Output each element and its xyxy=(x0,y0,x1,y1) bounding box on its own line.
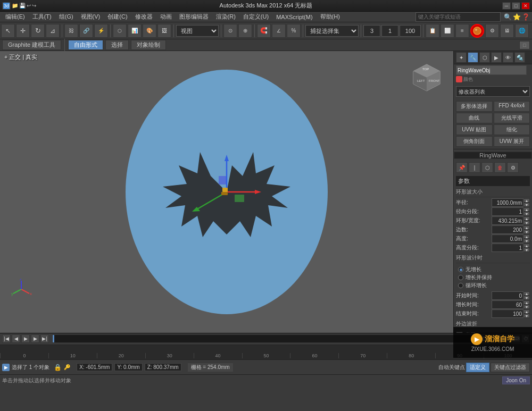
coord-system-dropdown[interactable]: 视图 xyxy=(176,25,219,37)
spin-down-1[interactable]: ▼ xyxy=(523,212,530,216)
go-to-start-btn[interactable]: |◀ xyxy=(2,334,11,343)
render-sphere-btn[interactable] xyxy=(470,24,484,38)
menu-group[interactable]: 组(G) xyxy=(56,12,77,21)
remove-btn[interactable]: 🗑 xyxy=(494,162,506,173)
snap-toggle-btn[interactable]: 🧲 xyxy=(257,24,271,38)
spin-up-3[interactable]: ▲ xyxy=(523,225,530,230)
spin-up-1[interactable]: ▲ xyxy=(523,207,530,212)
radio-no-grow[interactable]: 无增长 xyxy=(458,266,528,273)
settings-btn[interactable]: ⚙ xyxy=(507,162,519,173)
search-input[interactable] xyxy=(415,12,501,22)
bone-tools-btn[interactable]: ⬡ xyxy=(113,24,127,38)
minimize-button[interactable]: ─ xyxy=(502,2,511,10)
graphite-tab-main[interactable]: Graphite 建模工具 xyxy=(2,40,61,50)
timeline-thumb[interactable] xyxy=(53,335,54,342)
ffd-btn[interactable]: FFD 4x4x4 xyxy=(494,101,530,112)
spin-down-6[interactable]: ▼ xyxy=(523,296,530,300)
menu-create[interactable]: 创建(C) xyxy=(104,12,130,21)
menu-edit[interactable]: 编辑(E) xyxy=(2,12,28,21)
hierarchy-panel-btn[interactable]: ⬡ xyxy=(479,52,490,63)
go-to-end-btn[interactable]: ▶| xyxy=(40,334,49,343)
graphite-tab-select[interactable]: 选择 xyxy=(105,40,129,50)
maximize-button[interactable]: □ xyxy=(512,2,520,10)
spin-up-6[interactable]: ▲ xyxy=(523,291,530,296)
modify-panel-btn[interactable]: 🔧 xyxy=(468,52,478,63)
menu-tools[interactable]: 工具(T) xyxy=(29,12,55,21)
move-tool-btn[interactable]: ✛ xyxy=(16,24,30,38)
param-radius-input[interactable] xyxy=(492,198,523,207)
scale-tool-btn[interactable]: ⊿ xyxy=(46,24,60,38)
spin-down-4[interactable]: ▼ xyxy=(523,239,530,243)
menu-render[interactable]: 渲染(R) xyxy=(213,12,239,21)
close-button[interactable]: ✕ xyxy=(521,2,530,10)
radio-grow-hold-dot[interactable] xyxy=(458,275,463,280)
menu-graph-editor[interactable]: 图形编辑器 xyxy=(176,12,212,21)
bind-btn[interactable]: ⚡ xyxy=(94,24,108,38)
param-height-input[interactable] xyxy=(492,234,523,243)
param-sides-input[interactable] xyxy=(492,225,523,234)
motion-panel-btn[interactable]: ▶ xyxy=(491,52,502,63)
select-tool-btn[interactable]: ↖ xyxy=(1,24,15,38)
schematic-btn[interactable]: 📊 xyxy=(128,24,142,38)
spin-up-7[interactable]: ▲ xyxy=(523,300,530,305)
unlink-btn[interactable]: 🔗 xyxy=(79,24,93,38)
poly-select-btn[interactable]: 多形体选择 xyxy=(456,101,493,112)
menu-maxscript[interactable]: MAXScript(M) xyxy=(273,13,315,21)
pivot-center-btn[interactable]: ⊙ xyxy=(223,24,237,38)
menu-customize[interactable]: 自定义(U) xyxy=(240,12,272,21)
param-radius-up[interactable]: ▲ xyxy=(523,198,530,203)
menu-view[interactable]: 视图(V) xyxy=(78,12,104,21)
prev-frame-btn[interactable]: ◀ xyxy=(12,334,20,343)
environment-btn[interactable]: 🌐 xyxy=(515,24,529,38)
menu-modifier[interactable]: 修改器 xyxy=(132,12,156,21)
set-keys-btn[interactable]: 适定义 xyxy=(466,363,489,372)
spin-up-4[interactable]: ▲ xyxy=(523,234,530,239)
spin-down-2[interactable]: ▼ xyxy=(523,221,530,225)
graphite-tab-freeform[interactable]: 自由形式 xyxy=(68,40,103,50)
spin-down-3[interactable]: ▼ xyxy=(523,230,530,234)
graphite-tab-paint[interactable]: 对象绘制 xyxy=(131,40,166,50)
pin-stack-btn[interactable]: 📌 xyxy=(456,162,468,173)
tessellate-btn[interactable]: 细化 xyxy=(494,124,530,135)
radio-loop-grow[interactable]: 循环增长 xyxy=(458,282,528,289)
spin-down-5[interactable]: ▼ xyxy=(523,248,530,252)
uvw-unwrap-btn[interactable]: UVW 展开 xyxy=(494,136,530,147)
percent-snap-btn[interactable]: % xyxy=(287,24,301,38)
menu-help[interactable]: 帮助(H) xyxy=(317,12,343,21)
param-radius-down[interactable]: ▼ xyxy=(523,203,530,207)
param-height-seg-input[interactable] xyxy=(492,244,523,252)
radio-no-grow-dot[interactable] xyxy=(458,267,463,272)
snap-input3[interactable] xyxy=(400,25,421,37)
viewport[interactable]: + 正交 | 真实 x y z xyxy=(0,51,453,333)
uvw-map-btn[interactable]: UVW 贴图 xyxy=(456,124,493,135)
object-name-input[interactable] xyxy=(456,65,527,75)
spin-down-7[interactable]: ▼ xyxy=(523,305,530,309)
selection-filter-dropdown[interactable]: 捕捉选择集 xyxy=(305,25,359,37)
graphite-toggle[interactable]: □ xyxy=(519,41,530,49)
manage-layers-btn[interactable]: ≡ xyxy=(455,24,469,38)
menu-animation[interactable]: 动画 xyxy=(157,12,175,21)
spin-up-5[interactable]: ▲ xyxy=(523,244,530,248)
meshsmooth-btn[interactable]: 光线平滑 xyxy=(494,113,530,123)
play-btn[interactable]: ▶ xyxy=(21,334,30,343)
snap-input1[interactable] xyxy=(363,25,380,37)
display-panel-btn[interactable]: 👁 xyxy=(503,52,513,63)
param-start-time-input[interactable] xyxy=(492,291,523,300)
key-filter-btn[interactable]: 关键点过滤器 xyxy=(491,363,530,372)
utility-panel-btn[interactable]: 🔩 xyxy=(514,52,525,63)
angle-snap-btn[interactable]: ∠ xyxy=(272,24,286,38)
show-end-result-btn[interactable]: | xyxy=(469,162,480,173)
radio-loop-grow-dot[interactable] xyxy=(458,283,463,288)
snap-input2[interactable] xyxy=(381,25,398,37)
param-end-time-input[interactable] xyxy=(492,309,523,318)
render-frame-btn[interactable]: 🖼 xyxy=(157,24,171,38)
timeline-slider[interactable] xyxy=(52,334,479,343)
timeline-ruler[interactable]: 0 10 20 30 40 50 60 70 80 90 100 xyxy=(0,345,532,359)
unique-btn[interactable]: ⬡ xyxy=(481,162,493,173)
color-swatch[interactable] xyxy=(456,76,462,82)
create-panel-btn[interactable]: ✦ xyxy=(456,52,467,63)
spin-down-8[interactable]: ▼ xyxy=(523,314,530,318)
rotate-tool-btn[interactable]: ↻ xyxy=(31,24,45,38)
layers-btn[interactable]: ⬜ xyxy=(440,24,454,38)
next-frame-btn[interactable]: ▶ xyxy=(31,334,39,343)
